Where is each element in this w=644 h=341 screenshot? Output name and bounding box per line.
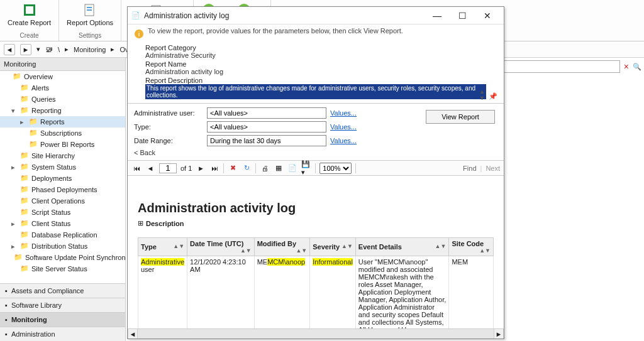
clear-search-icon[interactable]: × (624, 62, 629, 72)
section-icon: ▪ (5, 301, 8, 309)
col-date-time-utc-[interactable]: Date Time (UTC)▲▼ (187, 238, 255, 256)
maximize-button[interactable]: ☐ (450, 8, 475, 23)
svg-text:i: i (138, 30, 140, 38)
param-type-input[interactable] (207, 121, 326, 133)
next-page-button[interactable]: ► (196, 163, 206, 173)
tree-item-queries[interactable]: 📁Queries (0, 94, 125, 105)
nav-header: Monitoring (0, 58, 125, 71)
view-report-button[interactable]: View Report (426, 110, 495, 124)
sort-icon: ▲▼ (341, 243, 353, 249)
col-site-code[interactable]: Site Code▲▼ (449, 238, 494, 256)
refresh-button[interactable]: ↻ (242, 163, 252, 173)
meta-category-value: Administrative Security (145, 51, 486, 59)
collapse-expand-icon[interactable]: ▲▼ (479, 89, 485, 101)
ribbon-group-settings: Settings (79, 31, 101, 41)
create-report-button[interactable]: Create Report (5, 1, 53, 28)
print-layout-button[interactable]: ▦ (274, 163, 284, 173)
tree-item-client-status[interactable]: ▸📁Client Status (0, 218, 125, 229)
sort-icon: ▲▼ (173, 243, 184, 249)
tree-item-client-operations[interactable]: 📁Client Operations (0, 195, 125, 207)
tree-item-deployments[interactable]: 📁Deployments (0, 173, 125, 184)
wunderbar-monitoring[interactable]: ▪Monitoring (0, 312, 125, 327)
tree-item-database-replication[interactable]: 📁Database Replication (0, 229, 125, 241)
param-user-values-link[interactable]: Values... (330, 109, 374, 117)
nav-fwd-button[interactable]: ► (20, 44, 31, 55)
tree-item-power-bi-reports[interactable]: 📁Power BI Reports (0, 139, 125, 150)
monitor-icon: 📁 (13, 72, 21, 81)
dialog-icon: 📄 (131, 11, 140, 19)
tree-item-script-status[interactable]: 📁Script Status (0, 207, 125, 218)
minimize-button[interactable]: — (425, 8, 450, 23)
horizontal-scrollbar[interactable]: ◄► (128, 328, 504, 338)
create-report-label: Create Report (8, 19, 51, 26)
param-range-label: Date Range: (134, 137, 203, 144)
svg-rect-1 (26, 6, 33, 14)
param-range-input[interactable] (207, 135, 326, 146)
close-button[interactable]: ✕ (475, 8, 500, 23)
tree-item-software-update-point-synchronization-sta[interactable]: 📁Software Update Point Synchronization S… (0, 252, 125, 263)
tree-item-overview[interactable]: 📁Overview (0, 71, 125, 82)
report-options-button[interactable]: Report Options (64, 1, 116, 28)
page-setup-button[interactable]: 📄 (287, 163, 297, 173)
sort-icon: ▲▼ (296, 247, 307, 254)
navigation-pane: Monitoring 📁Overview📁Alerts📁Queries▾📁Rep… (0, 58, 126, 341)
find-button[interactable]: Find (463, 165, 476, 172)
param-user-input[interactable] (207, 107, 326, 119)
meta-category-label: Report Category (145, 44, 486, 51)
search-icon[interactable]: 🔍 (633, 63, 641, 71)
tree-item-system-status[interactable]: ▸📁System Status (0, 161, 125, 173)
prev-page-button[interactable]: ◄ (145, 163, 155, 173)
back-link[interactable]: < Back (134, 149, 203, 156)
pin-icon[interactable]: 📌 (489, 92, 497, 100)
param-type-values-link[interactable]: Values... (330, 123, 374, 131)
zoom-select[interactable]: 100% (319, 163, 352, 174)
query-icon: 📁 (20, 95, 29, 104)
history-dropdown[interactable]: ▾ (36, 45, 40, 53)
section-icon: ▪ (5, 316, 8, 323)
col-modified-by[interactable]: Modified By▲▼ (254, 238, 310, 256)
tree-item-alerts[interactable]: 📁Alerts (0, 82, 125, 94)
report-body: Administration activity log ⊞ Descriptio… (128, 176, 504, 328)
stop-button[interactable]: ✖ (228, 163, 238, 173)
meta-desc-value: This report shows the log of administrat… (145, 84, 486, 99)
col-severity[interactable]: Severity▲▼ (310, 238, 356, 256)
col-event-details[interactable]: Event Details▲▼ (355, 238, 449, 256)
report-icon: 📁 (29, 117, 38, 126)
expander-icon: ▸ (11, 242, 18, 251)
report-toolbar: ⏮ ◄ of 1 ► ⏭ ✖ ↻ 🖨 ▦ 📄 💾▾ 100% Find | Ne… (128, 161, 504, 176)
report-title: Administration activity log (138, 201, 494, 215)
last-page-button[interactable]: ⏭ (209, 163, 219, 173)
info-icon: i (134, 29, 144, 39)
export-button[interactable]: 💾▾ (301, 163, 311, 173)
breadcrumb-item[interactable]: Monitoring (74, 46, 106, 53)
folder-icon: 📁 (20, 242, 29, 251)
find-next-button[interactable]: Next (486, 165, 500, 172)
tree-item-phased-deployments[interactable]: 📁Phased Deployments (0, 184, 125, 195)
cell-severity: Informational (313, 258, 353, 266)
tree-item-site-hierarchy[interactable]: 📁Site Hierarchy (0, 150, 125, 161)
description-toggle[interactable]: ⊞ Description (138, 219, 494, 227)
wunderbar-software-library[interactable]: ▪Software Library (0, 298, 125, 312)
sort-icon: ▲▼ (479, 247, 491, 254)
param-type-label: Type: (134, 123, 203, 131)
wunderbar-assets-and-compliance[interactable]: ▪Assets and Compliance (0, 283, 125, 298)
expander-icon: ▸ (11, 163, 18, 171)
first-page-button[interactable]: ⏮ (131, 163, 142, 173)
dialog-hint: To view the report, provide values for t… (148, 27, 403, 35)
deploy-icon: 📁 (20, 174, 29, 183)
cell-datetime: 12/1/2020 4:23:10 AM (187, 256, 255, 329)
tree-item-distribution-status[interactable]: ▸📁Distribution Status (0, 241, 125, 252)
hierarchy-icon: 📁 (20, 151, 29, 160)
param-range-values-link[interactable]: Values... (330, 137, 374, 144)
tree-item-reports[interactable]: ▸📁Reports (0, 116, 125, 127)
powerbi-icon: 📁 (29, 140, 38, 149)
page-number-input[interactable] (159, 163, 177, 173)
print-button[interactable]: 🖨 (260, 163, 270, 173)
tree-item-site-server-status[interactable]: 📁Site Server Status (0, 263, 125, 274)
nav-back-button[interactable]: ◄ (4, 44, 15, 55)
report-options-label: Report Options (67, 19, 113, 26)
wunderbar-administration[interactable]: ▪Administration (0, 327, 125, 341)
col-type[interactable]: Type▲▼ (138, 238, 187, 256)
tree-item-subscriptions[interactable]: 📁Subscriptions (0, 127, 125, 139)
tree-item-reporting[interactable]: ▾📁Reporting (0, 105, 125, 116)
